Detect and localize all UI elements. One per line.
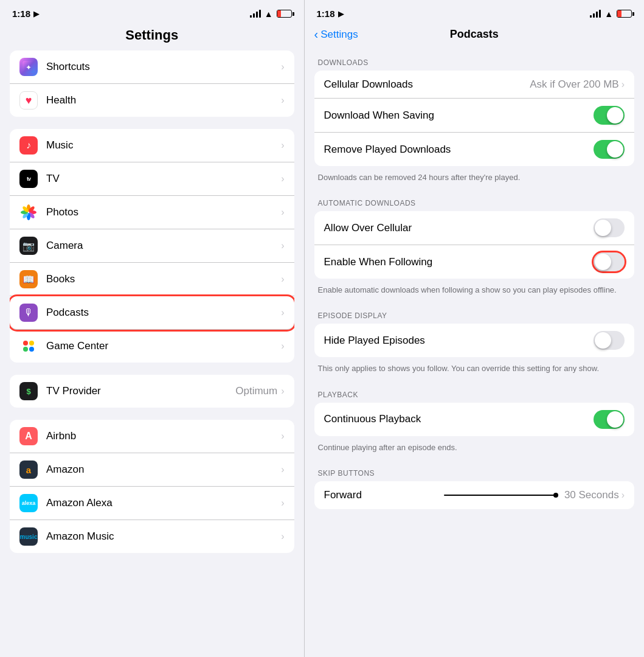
auto-downloads-helper: Enable automatic downloads when followin…: [314, 281, 634, 302]
signal-icon: [250, 10, 261, 18]
airbnb-icon: A: [19, 427, 38, 445]
settings-row-gamecenter[interactable]: Game Center ›: [10, 330, 294, 363]
tvprovider-icon: $: [19, 382, 38, 400]
photos-label: Photos: [46, 206, 281, 218]
svg-point-15: [29, 347, 34, 352]
playback-card: Continuous Playback: [314, 403, 634, 436]
allow-over-cellular-row[interactable]: Allow Over Cellular: [314, 211, 634, 245]
download-when-saving-toggle[interactable]: [594, 106, 625, 125]
back-label: Settings: [320, 29, 358, 41]
tv-chevron: ›: [281, 173, 284, 184]
toggle-thumb: [595, 220, 611, 236]
enable-when-following-row[interactable]: Enable When Following: [314, 245, 634, 279]
svg-point-14: [23, 347, 28, 352]
forward-row[interactable]: Forward 30 Seconds ›: [314, 481, 634, 509]
settings-group-apps: A Airbnb › a Amazon › alexa Amazon Alexa…: [10, 420, 294, 553]
enable-when-following-toggle[interactable]: [594, 252, 625, 271]
cellular-downloads-row[interactable]: Cellular Downloads Ask if Over 200 MB ›: [314, 71, 634, 99]
settings-row-books[interactable]: 📖 Books ›: [10, 263, 294, 296]
gamecenter-icon: [19, 337, 38, 355]
settings-row-shortcuts[interactable]: ✦ Shortcuts ›: [10, 50, 294, 84]
settings-row-airbnb[interactable]: A Airbnb ›: [10, 420, 294, 453]
settings-row-tvprovider[interactable]: $ TV Provider Optimum ›: [10, 375, 294, 408]
settings-row-amazon[interactable]: a Amazon ›: [10, 453, 294, 487]
remove-played-downloads-row[interactable]: Remove Played Downloads: [314, 133, 634, 166]
episode-display-card: Hide Played Episodes: [314, 324, 634, 357]
music-label: Music: [46, 139, 281, 151]
tvprovider-value: Optimum: [235, 385, 277, 397]
toggle-thumb: [595, 332, 611, 349]
right-panel: 1:18 ▶ ▲ ‹ Settings Podcasts DOWNLOADS: [305, 0, 644, 657]
health-icon: ♥: [19, 91, 38, 109]
health-label: Health: [46, 94, 281, 106]
shortcuts-chevron: ›: [281, 61, 284, 72]
settings-row-amazonmusic[interactable]: music Amazon Music ›: [10, 520, 294, 553]
right-battery-icon: [617, 10, 632, 18]
gamecenter-label: Game Center: [46, 340, 281, 352]
right-header: ‹ Settings Podcasts: [305, 24, 644, 49]
location-icon: ▶: [33, 10, 39, 18]
cellular-downloads-chevron: ›: [621, 79, 625, 90]
left-page-title: Settings: [0, 24, 304, 50]
tv-icon: tv: [19, 170, 38, 188]
hide-played-episodes-row[interactable]: Hide Played Episodes: [314, 324, 634, 357]
tvprovider-label: TV Provider: [46, 385, 235, 397]
auto-downloads-card: Allow Over Cellular Enable When Followin…: [314, 211, 634, 279]
settings-row-podcasts[interactable]: 🎙 Podcasts ›: [10, 296, 294, 330]
settings-row-photos[interactable]: Photos ›: [10, 196, 294, 229]
right-time: 1:18: [317, 9, 335, 19]
amazonalexa-icon: alexa: [19, 494, 38, 512]
podcasts-chevron: ›: [281, 307, 284, 318]
camera-icon: 📷: [19, 237, 38, 255]
podcasts-icon: 🎙: [19, 304, 38, 322]
amazonalexa-label: Amazon Alexa: [46, 497, 281, 509]
svg-rect-11: [19, 337, 38, 355]
hide-played-episodes-label: Hide Played Episodes: [324, 335, 594, 347]
back-button[interactable]: ‹ Settings: [314, 27, 358, 41]
playback-helper: Continue playing after an episode ends.: [314, 439, 634, 459]
continuous-playback-row[interactable]: Continuous Playback: [314, 403, 634, 436]
amazon-label: Amazon: [46, 464, 281, 476]
settings-group-top: ✦ Shortcuts › ♥ Health ›: [10, 50, 294, 117]
airbnb-label: Airbnb: [46, 430, 281, 442]
settings-row-tv[interactable]: tv TV ›: [10, 162, 294, 196]
battery-icon: [277, 10, 292, 18]
right-status-icons: ▲: [590, 9, 632, 19]
episode-display-section-header: EPISODE DISPLAY: [314, 302, 634, 324]
health-chevron: ›: [281, 95, 284, 106]
auto-downloads-section-header: AUTOMATIC DOWNLOADS: [314, 189, 634, 211]
right-page-title: Podcasts: [450, 28, 499, 41]
right-signal-icon: [590, 10, 601, 18]
settings-row-amazonalexa[interactable]: alexa Amazon Alexa ›: [10, 487, 294, 520]
amazonmusic-label: Amazon Music: [46, 530, 281, 543]
downloads-section-header: DOWNLOADS: [314, 49, 634, 71]
toggle-thumb: [595, 254, 611, 270]
playback-section-header: PLAYBACK: [314, 381, 634, 403]
amazonmusic-chevron: ›: [281, 531, 284, 542]
left-status-icons: ▲: [250, 9, 292, 19]
back-chevron-icon: ‹: [314, 27, 319, 41]
toggle-thumb: [607, 107, 623, 123]
forward-chevron: ›: [621, 490, 625, 501]
svg-text:✦: ✦: [26, 63, 32, 72]
books-label: Books: [46, 273, 281, 285]
download-when-saving-row[interactable]: Download When Saving: [314, 99, 634, 133]
remove-played-downloads-toggle[interactable]: [594, 140, 625, 159]
hide-played-episodes-toggle[interactable]: [594, 331, 625, 350]
cellular-downloads-value: Ask if Over 200 MB: [530, 78, 618, 91]
settings-row-health[interactable]: ♥ Health ›: [10, 84, 294, 117]
camera-chevron: ›: [281, 240, 284, 251]
settings-row-camera[interactable]: 📷 Camera ›: [10, 229, 294, 263]
allow-over-cellular-toggle[interactable]: [594, 218, 625, 237]
toggle-thumb: [607, 141, 623, 158]
continuous-playback-toggle[interactable]: [594, 410, 625, 429]
skip-buttons-card: Forward 30 Seconds ›: [314, 481, 634, 509]
left-panel: 1:18 ▶ ▲ Settings ✦ Shortcuts ›: [0, 0, 304, 657]
forward-label: Forward: [324, 489, 438, 501]
settings-row-music[interactable]: ♪ Music ›: [10, 129, 294, 162]
right-content: DOWNLOADS Cellular Downloads Ask if Over…: [305, 49, 644, 657]
continuous-playback-label: Continuous Playback: [324, 413, 594, 425]
wifi-icon: ▲: [265, 9, 273, 19]
books-icon: 📖: [19, 270, 38, 288]
amazon-chevron: ›: [281, 464, 284, 475]
